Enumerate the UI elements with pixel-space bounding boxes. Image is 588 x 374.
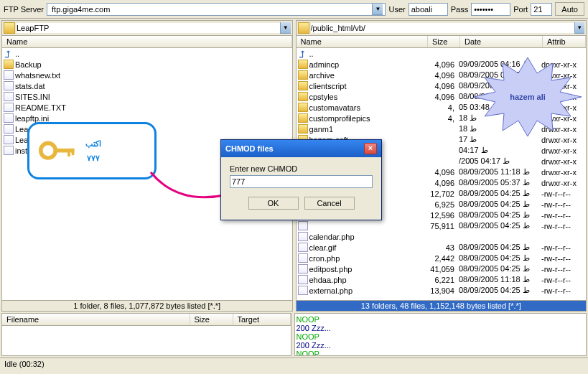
list-item[interactable]: editpost.php41,05908/09/2005 04:25 ط-rw-… <box>297 263 587 274</box>
folder-icon <box>298 113 308 123</box>
port-label: Port <box>513 5 528 14</box>
chevron-down-icon[interactable]: ▼ <box>574 22 584 34</box>
annotation-bubble: اكتب ٧٧٧ <box>27 122 157 179</box>
user-input[interactable] <box>409 3 448 16</box>
file-icon <box>298 275 308 284</box>
user-label: User <box>388 5 405 14</box>
file-icon <box>4 146 14 155</box>
up-icon: ⮥ <box>4 49 14 58</box>
log-line: 200 Zzz... <box>297 324 585 332</box>
close-icon[interactable]: × <box>364 143 377 154</box>
remote-path-combo[interactable]: ▼ <box>311 22 585 34</box>
server-input[interactable] <box>50 4 372 14</box>
list-item[interactable]: calendar.php <box>297 231 587 242</box>
pass-label: Pass <box>451 5 468 14</box>
list-item[interactable]: SITES.INI <box>2 91 292 102</box>
chevron-down-icon[interactable]: ▼ <box>280 22 290 34</box>
bubble-line1: اكتب <box>85 136 101 151</box>
bubble-line2: ٧٧٧ <box>85 151 101 165</box>
col-attr[interactable]: Attrib <box>543 36 586 47</box>
folder-icon <box>298 92 308 101</box>
folder-icon <box>298 124 308 134</box>
remote-header[interactable]: Name Size Date Attrib <box>297 36 587 48</box>
remote-path-input[interactable] <box>311 23 574 33</box>
chmod-dialog: CHMOD files × Enter new CHMOD OK Cancel <box>220 139 382 220</box>
file-icon <box>4 135 14 144</box>
local-path-combo[interactable]: ▼ <box>17 22 291 34</box>
list-item[interactable]: external.php13,90408/09/2005 04:25 ط-rw-… <box>297 285 587 296</box>
col-filename[interactable]: Filename <box>2 314 190 325</box>
col-name[interactable]: Name <box>297 36 429 47</box>
col-target[interactable]: Target <box>233 314 291 325</box>
folder-icon <box>298 70 308 80</box>
list-item[interactable]: clear.gif4308/09/2005 04:25 ط-rw-r--r-- <box>297 242 587 253</box>
list-item[interactable]: 75,91108/09/2005 04:25 ط-rw-r--r-- <box>297 220 587 231</box>
local-footer: 1 folder, 8 files, 1,077,872 bytes liste… <box>2 300 292 311</box>
up-row[interactable]: ⮥.. <box>2 48 292 59</box>
top-toolbar: FTP Server ▼ User Pass Port Auto <box>0 0 588 19</box>
file-icon <box>298 243 308 252</box>
auto-button[interactable]: Auto <box>555 2 584 16</box>
file-icon <box>298 286 308 295</box>
file-icon <box>4 124 14 134</box>
dialog-title: CHMOD files <box>225 144 274 153</box>
log-line: 200 Zzz... <box>297 341 585 350</box>
server-label: FTP Server <box>4 5 44 14</box>
svg-rect-1 <box>54 149 74 153</box>
local-path-input[interactable] <box>17 23 280 33</box>
chmod-input[interactable] <box>230 175 373 188</box>
folder-icon <box>298 60 308 69</box>
svg-rect-3 <box>72 149 75 155</box>
file-icon <box>4 103 14 112</box>
up-icon: ⮥ <box>298 49 308 58</box>
log-line: NOOP <box>297 332 585 341</box>
log-line: NOOP <box>297 315 585 324</box>
local-header[interactable]: Name <box>2 36 292 48</box>
file-icon <box>4 70 14 80</box>
folder-icon <box>4 60 14 69</box>
col-size[interactable]: Size <box>428 36 460 47</box>
list-item[interactable]: stats.dat <box>2 80 292 91</box>
remote-footer: 13 folders, 48 files, 1,152,148 bytes li… <box>297 300 587 311</box>
list-item[interactable]: README.TXT <box>2 102 292 113</box>
ok-button[interactable]: OK <box>248 197 299 210</box>
file-icon <box>298 253 308 263</box>
key-icon <box>38 137 78 164</box>
file-icon <box>4 81 14 90</box>
file-icon <box>298 264 308 274</box>
status-bar: Idle (00:32) <box>0 357 588 370</box>
svg-point-0 <box>41 144 56 159</box>
log-line: NOOP <box>297 350 585 356</box>
chevron-down-icon[interactable]: ▼ <box>372 4 383 15</box>
port-input[interactable] <box>531 3 552 16</box>
folder-icon <box>298 81 308 90</box>
folder-icon <box>298 22 309 34</box>
file-icon <box>4 92 14 101</box>
log-pane: NOOP 200 Zzz... NOOP 200 Zzz... NOOP 200… <box>294 313 587 356</box>
queue-pane[interactable]: Filename Size Target <box>1 313 291 356</box>
status-idle: Idle (00:32) <box>4 360 45 368</box>
server-combo[interactable]: ▼ <box>47 3 386 16</box>
svg-rect-2 <box>67 149 70 156</box>
col-size[interactable]: Size <box>190 314 233 325</box>
list-item[interactable]: cron.php2,44208/09/2005 04:25 ط-rw-r--r-… <box>297 253 587 263</box>
folder-icon <box>4 22 15 34</box>
cancel-button[interactable]: Cancel <box>304 197 355 210</box>
list-item[interactable]: Backup <box>2 59 292 70</box>
list-item[interactable]: ehdaa.php6,22108/09/2005 11:18 ط-rw-r--r… <box>297 274 587 285</box>
burst-text: hazem ali <box>510 93 546 101</box>
file-icon <box>298 232 308 241</box>
chmod-label: Enter new CHMOD <box>230 164 373 173</box>
starburst-annotation: hazem ali <box>474 57 582 136</box>
col-name[interactable]: Name <box>2 36 292 47</box>
file-icon <box>4 113 14 123</box>
list-item[interactable]: whatsnew.txt <box>2 70 292 80</box>
folder-icon <box>298 103 308 112</box>
col-date[interactable]: Date <box>460 36 543 47</box>
file-icon <box>298 221 308 230</box>
pass-input[interactable] <box>471 3 510 16</box>
dialog-titlebar[interactable]: CHMOD files × <box>221 140 381 157</box>
